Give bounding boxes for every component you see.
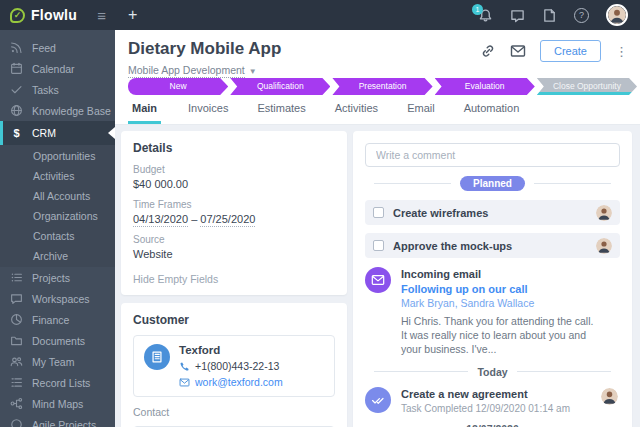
- comment-input[interactable]: [365, 143, 620, 167]
- company-email-row: work@texford.com: [179, 376, 283, 388]
- sidebar-item-crm[interactable]: $CRM: [0, 121, 115, 145]
- sidebar-item-knowledge-base[interactable]: Knowledge Base: [0, 100, 115, 121]
- sidebar-item-label: Calendar: [32, 63, 75, 75]
- create-button[interactable]: Create: [540, 40, 601, 62]
- sidebar-item-label: Feed: [32, 42, 56, 54]
- hide-empty-fields-link[interactable]: Hide Empty Fields: [133, 273, 335, 285]
- sidebar-item-activities[interactable]: Activities: [0, 166, 115, 186]
- sidebar-item-mind-maps[interactable]: Mind Maps: [0, 393, 115, 414]
- sidebar-item-my-team[interactable]: My Team: [0, 351, 115, 372]
- documents-icon[interactable]: [542, 8, 557, 23]
- budget-value[interactable]: $40 000.00: [133, 178, 335, 190]
- flowlu-logo[interactable]: ✓ Flowlu: [10, 7, 77, 23]
- notification-badge: 1: [472, 4, 483, 15]
- task-link[interactable]: Create a new agreement: [401, 388, 528, 400]
- sidebar-item-documents[interactable]: Documents: [0, 330, 115, 351]
- planned-task-row[interactable]: Create wireframes: [365, 200, 620, 225]
- chevron-down-icon: ▼: [249, 67, 257, 76]
- company-item[interactable]: Texford +1(800)443-22-13 work@texford.co…: [133, 335, 335, 397]
- email-recipients[interactable]: Mark Bryan, Sandra Wallace: [401, 297, 620, 309]
- sidebar-item-label: Opportunities: [33, 150, 95, 162]
- start-date[interactable]: 04/13/2020: [133, 213, 188, 227]
- stage-close-opportunity[interactable]: Close Opportunity: [537, 78, 637, 95]
- sidebar-item-workspaces[interactable]: Workspaces: [0, 288, 115, 309]
- task-completed-icon: [365, 387, 391, 413]
- tab-invoices[interactable]: Invoices: [186, 97, 230, 124]
- sidebar-item-finance[interactable]: Finance: [0, 309, 115, 330]
- assignee-avatar: [596, 238, 612, 254]
- user-avatar[interactable]: [606, 4, 628, 26]
- tab-bar: Main Invoices Estimates Activities Email…: [128, 97, 521, 124]
- page-title: Dietary Mobile App: [128, 39, 281, 59]
- source-value[interactable]: Website: [133, 248, 335, 260]
- company-phone[interactable]: +1(800)443-22-13: [195, 360, 279, 372]
- stage-evaluation[interactable]: Evaluation: [435, 78, 535, 95]
- page-header: Dietary Mobile App Mobile App Developmen…: [115, 30, 640, 125]
- email-subject-link[interactable]: Following up on our call: [401, 283, 528, 295]
- task-title: Create wireframes: [393, 207, 587, 219]
- tab-automation[interactable]: Automation: [462, 97, 522, 124]
- sidebar-item-label: Activities: [33, 170, 74, 182]
- sidebar-item-label: All Accounts: [33, 190, 90, 202]
- details-column: Details Budget $40 000.00 Time Frames 04…: [121, 131, 347, 427]
- task-checkbox[interactable]: [373, 207, 384, 218]
- email-icon: [179, 377, 190, 388]
- sidebar-item-record-lists[interactable]: Record Lists: [0, 372, 115, 393]
- sidebar-item-opportunities[interactable]: Opportunities: [0, 146, 115, 166]
- planned-badge: Planned: [460, 176, 525, 191]
- customer-card: Customer Texford +1(800)443-22-13 work@t…: [121, 303, 347, 427]
- tab-email[interactable]: Email: [405, 97, 437, 124]
- sidebar-item-organizations[interactable]: Organizations: [0, 206, 115, 226]
- details-title: Details: [133, 141, 335, 155]
- more-options-icon[interactable]: ⋮: [615, 44, 628, 59]
- sidebar-item-projects[interactable]: Projects: [0, 267, 115, 288]
- sidebar-item-label: Contacts: [33, 230, 74, 242]
- send-email-icon[interactable]: [510, 43, 526, 59]
- sidebar-item-label: Mind Maps: [32, 398, 83, 410]
- customer-title: Customer: [133, 313, 335, 327]
- sidebar-item-label: Documents: [32, 335, 85, 347]
- sidebar-item-label: CRM: [32, 127, 56, 139]
- messenger-icon[interactable]: [510, 8, 525, 23]
- sidebar-item-label: Knowledge Base: [32, 105, 111, 117]
- sidebar-item-label: Record Lists: [32, 377, 90, 389]
- tab-activities[interactable]: Activities: [333, 97, 380, 124]
- planned-task-row[interactable]: Approve the mock-ups: [365, 233, 620, 258]
- company-email[interactable]: work@texford.com: [195, 376, 283, 388]
- sidebar-item-contacts[interactable]: Contacts: [0, 226, 115, 246]
- topbar: ✓ Flowlu ≡ + 1 ?: [0, 0, 640, 30]
- organization-icon: [144, 344, 170, 370]
- company-name[interactable]: Texford: [179, 344, 283, 356]
- sidebar-item-label: Archive: [33, 250, 68, 262]
- sidebar-item-all-accounts[interactable]: All Accounts: [0, 186, 115, 206]
- pipeline-selector[interactable]: Mobile App Development ▼: [128, 64, 257, 78]
- crm-submenu: Opportunities Activities All Accounts Or…: [0, 145, 115, 267]
- email-type-label: Incoming email: [401, 267, 620, 280]
- sidebar-item-label: Agile Projects: [32, 419, 96, 427]
- assignee-avatar: [596, 205, 612, 221]
- tab-estimates[interactable]: Estimates: [255, 97, 307, 124]
- sidebar-item-tasks[interactable]: Tasks: [0, 79, 115, 100]
- sales-pipeline: New Qualification Presentation Evaluatio…: [128, 78, 637, 95]
- email-preview: Hi Chris. Thank you for attending the ca…: [401, 314, 620, 357]
- sidebar-item-feed[interactable]: Feed: [0, 37, 115, 58]
- stage-presentation[interactable]: Presentation: [332, 78, 432, 95]
- timeframes-value: 04/13/2020 – 07/25/2020: [133, 213, 335, 225]
- quick-add-button[interactable]: +: [128, 6, 137, 24]
- sidebar-item-calendar[interactable]: Calendar: [0, 58, 115, 79]
- sidebar-item-label: Tasks: [32, 84, 59, 96]
- stage-new[interactable]: New: [128, 78, 228, 95]
- help-icon[interactable]: ?: [574, 8, 589, 23]
- copy-link-icon[interactable]: [480, 43, 496, 59]
- sidebar-item-archive[interactable]: Archive: [0, 246, 115, 266]
- end-date[interactable]: 07/25/2020: [200, 213, 255, 227]
- stage-qualification[interactable]: Qualification: [230, 78, 330, 95]
- menu-toggle-icon[interactable]: ≡: [97, 7, 106, 24]
- sidebar-item-agile-projects[interactable]: Agile Projects: [0, 414, 115, 427]
- tab-main[interactable]: Main: [128, 97, 161, 124]
- task-meta: Task Completed 12/09/2020 01:14 am: [401, 403, 570, 414]
- actor-avatar: [601, 388, 618, 405]
- notifications-bell-icon[interactable]: 1: [478, 8, 493, 23]
- task-checkbox[interactable]: [373, 240, 384, 251]
- date-divider: 12/07/2020: [365, 423, 620, 427]
